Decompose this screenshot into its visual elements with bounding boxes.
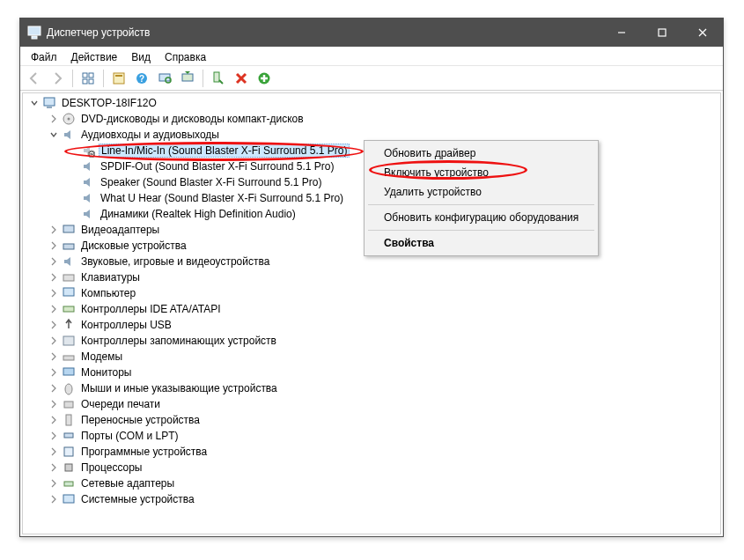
audio-icon: [62, 128, 76, 142]
usb-icon: [62, 318, 76, 332]
tree-item-keyboard[interactable]: Клавиатуры: [48, 269, 720, 285]
tree-item-print[interactable]: Очереди печати: [48, 396, 720, 412]
tree-item-monitor[interactable]: Мониторы: [48, 365, 720, 380]
tb-fwd-button[interactable]: [47, 68, 68, 89]
svg-rect-35: [63, 356, 74, 360]
close-button[interactable]: [682, 18, 723, 47]
chevron-right-icon[interactable]: [48, 287, 60, 299]
chevron-right-icon[interactable]: [48, 113, 60, 125]
chevron-right-icon[interactable]: [48, 271, 60, 284]
menu-file[interactable]: Файл: [24, 49, 64, 65]
tree-root[interactable]: DESKTOP-18IF12O: [28, 95, 720, 111]
tree-item-sys[interactable]: Системные устройства: [48, 491, 720, 507]
svg-rect-41: [64, 447, 73, 456]
toolbar-separator: [103, 70, 104, 87]
disc-icon: [62, 112, 76, 126]
tb-help-button[interactable]: ?: [131, 68, 152, 89]
tb-showall-button[interactable]: [77, 68, 99, 89]
ctx-props[interactable]: Свойства: [366, 233, 596, 253]
svg-rect-38: [64, 402, 73, 408]
toolbar-separator: [72, 70, 73, 87]
app-icon: [27, 26, 41, 40]
chevron-right-icon[interactable]: [48, 430, 60, 442]
tb-back-button[interactable]: [24, 68, 45, 89]
svg-rect-3: [659, 29, 666, 36]
svg-rect-23: [44, 98, 55, 106]
tree-item-dvd[interactable]: DVD-дисководы и дисководы компакт-дисков: [48, 111, 720, 127]
chevron-right-icon[interactable]: [48, 493, 60, 505]
net-icon: [62, 476, 76, 490]
svg-rect-30: [63, 244, 74, 249]
chevron-right-icon[interactable]: [48, 414, 60, 426]
tree-item-mouse[interactable]: Мыши и иные указывающие устройства: [48, 380, 720, 396]
tree-item-ide[interactable]: Контроллеры IDE ATA/ATAPI: [48, 301, 720, 317]
sys-icon: [62, 492, 76, 506]
chevron-right-icon[interactable]: [48, 255, 60, 268]
svg-rect-0: [28, 26, 41, 35]
monitor-icon: [62, 365, 76, 379]
tree-item-net[interactable]: Сетевые адаптеры: [48, 475, 720, 491]
speaker-icon: [81, 159, 95, 173]
toolbar-separator: [203, 70, 203, 87]
tb-update-button[interactable]: [177, 68, 198, 89]
ctx-sep: [368, 230, 594, 231]
tree-item-usb[interactable]: Контроллеры USB: [48, 317, 720, 333]
tree-root-label: DESKTOP-18IF12O: [60, 97, 158, 109]
titlebar: Диспетчер устройств: [20, 18, 723, 47]
chevron-right-icon[interactable]: [48, 335, 60, 347]
chevron-right-icon[interactable]: [48, 477, 60, 490]
menu-action[interactable]: Действие: [64, 49, 125, 65]
tree-item-storage[interactable]: Контроллеры запоминающих устройств: [48, 333, 720, 349]
tb-uninstall-button[interactable]: [231, 68, 252, 89]
device-tree[interactable]: DESKTOP-18IF12O DVD-дисководы и дисковод…: [22, 92, 721, 534]
svg-rect-11: [115, 75, 122, 77]
svg-text:?: ?: [139, 74, 144, 84]
display-icon: [62, 223, 76, 237]
menubar: Файл Действие Вид Справка: [20, 47, 723, 66]
maximize-button[interactable]: [642, 18, 682, 47]
minimize-button[interactable]: [601, 18, 642, 47]
chevron-right-icon[interactable]: [48, 382, 60, 394]
chevron-right-icon[interactable]: [48, 461, 60, 474]
ctx-enable[interactable]: Включить устройство: [366, 163, 596, 182]
ctx-sep: [368, 204, 594, 205]
ctx-update[interactable]: Обновить драйвер: [366, 144, 596, 163]
storage-icon: [62, 334, 76, 348]
controller-icon: [62, 302, 76, 316]
tree-item-soft[interactable]: Программные устройства: [48, 444, 720, 460]
svg-rect-16: [182, 74, 193, 81]
chevron-down-icon[interactable]: [48, 129, 60, 141]
svg-rect-1: [32, 36, 37, 39]
tb-properties-button[interactable]: [108, 68, 129, 89]
chevron-right-icon[interactable]: [48, 398, 60, 410]
chevron-right-icon[interactable]: [48, 224, 60, 236]
speaker-icon: [81, 175, 95, 189]
tree-item-ports[interactable]: Порты (COM и LPT): [48, 428, 720, 444]
cpu-icon: [62, 461, 76, 475]
speaker-icon: [81, 207, 95, 221]
tree-item-cpu[interactable]: Процессоры: [48, 460, 720, 475]
tb-enable-button[interactable]: [208, 68, 229, 89]
chevron-right-icon[interactable]: [48, 446, 60, 458]
chevron-right-icon[interactable]: [48, 239, 60, 252]
body-area: DESKTOP-18IF12O DVD-дисководы и дисковод…: [20, 91, 723, 536]
chevron-down-icon[interactable]: [28, 97, 41, 109]
menu-help[interactable]: Справка: [158, 49, 213, 65]
chevron-right-icon[interactable]: [48, 319, 60, 331]
modem-icon: [62, 350, 76, 364]
ctx-remove[interactable]: Удалить устройство: [366, 182, 596, 202]
context-menu: Обновить драйвер Включить устройство Уда…: [364, 140, 599, 256]
tb-scan-button[interactable]: [154, 68, 175, 89]
tree-item-modem[interactable]: Модемы: [48, 349, 720, 365]
tb-add-button[interactable]: [254, 68, 275, 89]
ctx-scan[interactable]: Обновить конфигурацию оборудования: [366, 208, 596, 227]
chevron-right-icon[interactable]: [48, 303, 60, 315]
menu-view[interactable]: Вид: [124, 49, 158, 65]
svg-rect-9: [89, 79, 93, 84]
tree-item-portable[interactable]: Переносные устройства: [48, 412, 720, 428]
ports-icon: [62, 429, 76, 443]
tree-item-computer[interactable]: Компьютер: [48, 285, 720, 301]
chevron-right-icon[interactable]: [48, 366, 60, 379]
chevron-right-icon[interactable]: [48, 350, 60, 363]
svg-rect-39: [66, 415, 71, 425]
